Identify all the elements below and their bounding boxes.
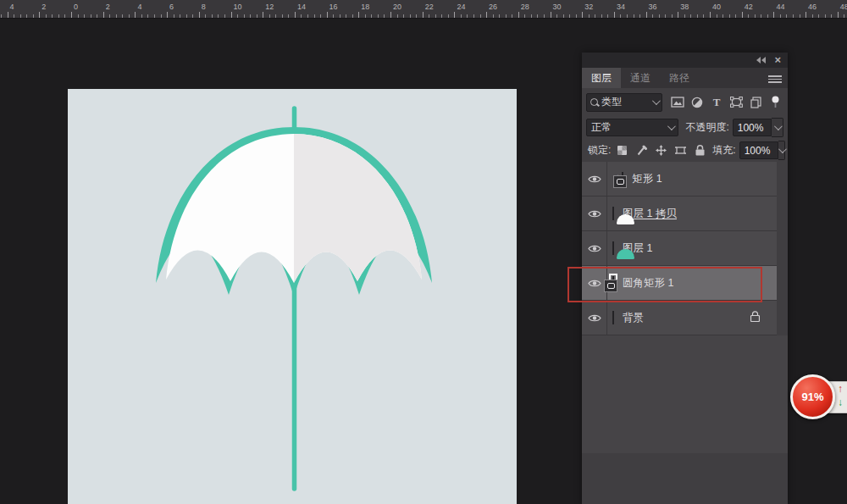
ruler-tick — [729, 14, 730, 18]
blend-mode-value: 正常 — [591, 120, 612, 135]
filter-toggle-pin-icon[interactable] — [767, 94, 783, 111]
ruler-tick — [614, 12, 615, 18]
ruler-tick — [327, 12, 328, 18]
zoom-percentage-badge[interactable]: 91% — [790, 374, 835, 419]
ruler-tick — [263, 12, 263, 18]
layer-thumbnail[interactable] — [622, 173, 623, 185]
fill-label: 填充: — [712, 143, 735, 158]
text-filter-icon[interactable]: T — [708, 94, 725, 111]
ruler-tick — [780, 14, 781, 18]
ruler-tick — [397, 14, 398, 18]
ruler-tick — [767, 14, 768, 18]
ruler-tick — [544, 14, 545, 18]
ruler-tick — [237, 14, 238, 18]
ruler-tick — [340, 14, 340, 18]
arrow-up-icon[interactable]: ↑ — [838, 383, 843, 395]
ruler-tick — [129, 14, 130, 18]
lock-transparency-icon[interactable] — [616, 144, 628, 158]
blend-mode-row: 正常 不透明度: 100% — [582, 116, 788, 139]
ruler-tick — [84, 14, 85, 18]
layer-visibility-eye-icon[interactable] — [582, 301, 607, 335]
photoshop-app: 4202468101214161820222426283032343638404… — [0, 0, 847, 504]
ruler-tick — [371, 14, 372, 18]
ruler-tick — [384, 14, 385, 18]
ruler-tick — [97, 14, 97, 18]
ruler-tick — [423, 12, 424, 18]
ruler-tick — [288, 14, 289, 18]
image-filter-icon[interactable] — [669, 94, 686, 111]
ruler-tick — [576, 14, 577, 18]
ruler-tick — [551, 12, 551, 18]
document-canvas[interactable] — [68, 89, 517, 504]
opacity-value: 100% — [738, 122, 764, 134]
layer-visibility-eye-icon[interactable] — [582, 231, 607, 265]
shape-layer-badge-icon — [613, 175, 627, 188]
blend-mode-select[interactable]: 正常 — [586, 119, 678, 136]
lock-icon-buttons — [616, 144, 706, 158]
ruler-tick — [1, 14, 2, 18]
ruler-tick — [218, 14, 219, 18]
layer-visibility-eye-icon[interactable] — [582, 162, 607, 196]
ruler-tick — [275, 14, 276, 18]
layer-row-2[interactable]: 图层 1 拷贝 — [582, 197, 777, 231]
ruler-tick — [703, 14, 704, 18]
layer-name[interactable]: 矩形 1 — [632, 172, 662, 186]
chevron-down-icon — [652, 97, 661, 105]
ruler-tick — [250, 14, 251, 18]
ruler-tick — [690, 14, 691, 18]
smart-object-filter-icon[interactable] — [747, 94, 764, 111]
ruler-tick — [812, 14, 813, 18]
ruler-tick — [717, 14, 717, 18]
ruler-tick — [486, 12, 487, 18]
fill-value-field[interactable]: 100% — [739, 141, 778, 159]
layer-row-3[interactable]: 图层 1 — [582, 231, 777, 266]
layer-thumbnail[interactable] — [612, 208, 614, 219]
ruler-tick — [831, 14, 832, 18]
panel-menu-icon[interactable] — [768, 74, 782, 85]
horizontal-ruler[interactable]: 4202468101214161820222426283032343638404… — [0, 0, 847, 19]
layer-visibility-eye-icon[interactable] — [582, 197, 607, 230]
ruler-tick — [684, 14, 685, 18]
ruler-tick — [601, 14, 602, 18]
ruler-tick — [461, 14, 462, 18]
tab-paths[interactable]: 路径 — [660, 68, 699, 88]
lock-artboard-icon[interactable] — [674, 144, 686, 158]
lock-all-icon[interactable] — [694, 144, 706, 158]
ruler-tick — [582, 12, 583, 18]
ruler-tick — [180, 14, 180, 18]
ruler-tick — [761, 14, 761, 18]
adjustment-filter-icon[interactable] — [689, 94, 706, 111]
ruler-tick — [563, 14, 564, 18]
shape-filter-icon[interactable] — [728, 94, 745, 111]
opacity-dropdown-button[interactable] — [772, 118, 783, 137]
tab-layers[interactable]: 图层 — [582, 68, 621, 88]
layer-thumbnail[interactable] — [612, 242, 614, 254]
tab-channels[interactable]: 通道 — [621, 68, 660, 88]
layer-name[interactable]: 背景 — [623, 311, 644, 325]
ruler-tick — [416, 14, 417, 18]
ruler-label: 48 — [840, 3, 847, 11]
ruler-tick — [109, 14, 110, 18]
umbrella-canopy-shade — [294, 123, 434, 292]
ruler-tick — [199, 12, 200, 18]
filter-kind-select[interactable]: 类型 — [586, 93, 662, 112]
arrow-down-icon[interactable]: ↓ — [838, 396, 843, 408]
collapse-panel-icon[interactable] — [756, 57, 766, 64]
lock-paint-icon[interactable] — [635, 144, 647, 158]
fill-dropdown-button[interactable] — [778, 141, 785, 160]
panel-empty-area — [582, 335, 788, 453]
ruler-tick — [52, 14, 53, 18]
layer-thumbnail[interactable] — [612, 312, 614, 324]
ruler-label: 10 — [234, 3, 242, 11]
ruler-tick — [64, 14, 65, 18]
opacity-value-field[interactable]: 100% — [733, 119, 772, 136]
layer-row-5[interactable]: 背景 — [582, 301, 777, 335]
close-panel-icon[interactable]: × — [774, 56, 781, 64]
ruler-tick — [314, 14, 315, 18]
ruler-tick — [244, 14, 245, 18]
panel-tabbar: 图层 通道 路径 — [582, 68, 788, 88]
lock-move-icon[interactable] — [655, 144, 667, 158]
layer-row-1[interactable]: ↲矩形 1 — [582, 162, 777, 197]
ruler-tick — [506, 14, 507, 18]
layer-filter-row: 类型 T — [582, 88, 788, 116]
